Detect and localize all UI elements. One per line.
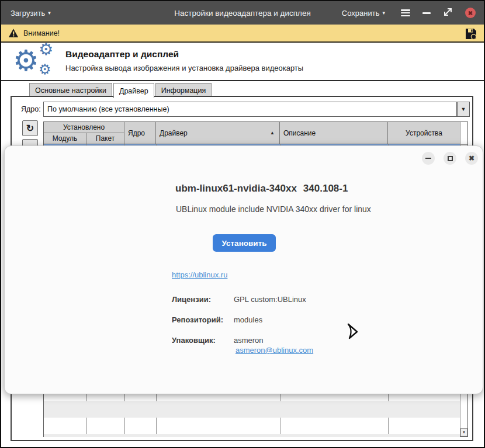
table-row[interactable] <box>44 401 460 418</box>
packager-value: asmeron <box>234 336 264 345</box>
titlebar-actions: Сохранить ▾ ✖ <box>342 7 476 19</box>
tab-info[interactable]: Информация <box>155 83 212 97</box>
menu-icon[interactable] <box>401 9 410 16</box>
dialog-maximize-button[interactable] <box>444 152 456 165</box>
package-title: ubm-linux61-nvidia-340xx 340.108-1 <box>175 183 348 195</box>
package-info-dialog: ✖ ubm-linux61-nvidia-340xx 340.108-1 UBL… <box>4 145 483 394</box>
close-button[interactable]: ✖ <box>465 8 476 18</box>
col-header-module[interactable]: Модуль <box>44 133 86 144</box>
col-header-kernel[interactable]: Ядро <box>124 122 156 144</box>
kernel-select[interactable]: По умолчанию (все установленные) <box>43 102 457 117</box>
minimize-button[interactable] <box>422 12 431 14</box>
col-header-description[interactable]: Описание <box>280 122 388 144</box>
kernel-select-value: По умолчанию (все установленные) <box>47 105 169 113</box>
warning-text: Внимание! <box>23 29 60 37</box>
app-window: Загрузить ▾ Настройки видеоадаптера и ди… <box>0 0 485 448</box>
sort-asc-icon: ▲ <box>270 130 275 136</box>
repository-label: Репозиторий: <box>172 315 223 324</box>
dialog-close-button[interactable]: ✖ <box>465 152 478 165</box>
license-value: GPL custom:UBLinux <box>234 295 306 304</box>
caret-down-icon: ▼ <box>461 106 466 112</box>
expand-icon <box>443 7 453 17</box>
package-description: UBLinux module include NVIDIA 340xx driv… <box>176 204 371 214</box>
package-version: 340.108-1 <box>303 183 348 195</box>
repository-value: modules <box>234 315 262 324</box>
warning-icon <box>8 28 19 38</box>
minimize-icon <box>425 158 431 159</box>
kernel-label: Ядро: <box>21 105 41 113</box>
save-changes-button[interactable] <box>464 27 478 43</box>
fullscreen-button[interactable] <box>443 7 453 19</box>
license-label: Лицензии: <box>172 295 211 304</box>
page-subtitle: Настройка вывода изображения и установка… <box>65 64 303 72</box>
scroll-down-icon: ▼ <box>462 430 466 434</box>
packager-email-link[interactable]: asmeron@ublinux.com <box>235 346 313 355</box>
mouse-cursor-icon <box>345 323 360 343</box>
titlebar: Загрузить ▾ Настройки видеоадаптера и ди… <box>1 1 484 25</box>
col-header-package[interactable]: Пакет <box>86 133 124 144</box>
refresh-icon: ↻ <box>26 123 34 134</box>
close-icon: ✖ <box>468 10 473 16</box>
homepage-link[interactable]: https://ublinux.ru <box>172 270 227 279</box>
col-header-devices[interactable]: Устройства <box>388 122 460 144</box>
col-header-installed[interactable]: Установлено <box>44 122 124 133</box>
install-button[interactable]: Установить <box>213 234 276 252</box>
table-row[interactable] <box>44 434 460 437</box>
refresh-button[interactable]: ↻ <box>22 120 38 136</box>
package-name: ubm-linux61-nvidia-340xx <box>175 183 297 195</box>
maximize-icon <box>448 156 453 161</box>
caret-down-icon: ▾ <box>382 11 385 16</box>
warning-bar: Внимание! <box>1 25 484 43</box>
save-button[interactable]: Сохранить ▾ <box>342 9 385 18</box>
page-title: Видеоадаптер и дисплей <box>65 49 179 60</box>
dialog-minimize-button[interactable] <box>422 152 435 165</box>
tab-driver[interactable]: Драйвер <box>113 83 154 98</box>
scroll-down-button[interactable]: ▼ <box>460 428 467 436</box>
gears-icon: ⚙ ⚙ ⚙ <box>13 44 64 80</box>
app-header: ⚙ ⚙ ⚙ Видеоадаптер и дисплей Настройка в… <box>1 44 484 81</box>
col-header-driver[interactable]: Драйвер ▲ <box>156 122 280 144</box>
floppy-save-icon <box>464 27 478 41</box>
tab-main-settings[interactable]: Основные настройки <box>29 83 112 97</box>
save-button-label: Сохранить <box>342 9 380 18</box>
packager-label: Упаковщик: <box>172 336 216 345</box>
kernel-select-arrow[interactable]: ▼ <box>457 102 470 117</box>
minimize-icon <box>422 12 431 14</box>
close-icon: ✖ <box>469 154 474 162</box>
